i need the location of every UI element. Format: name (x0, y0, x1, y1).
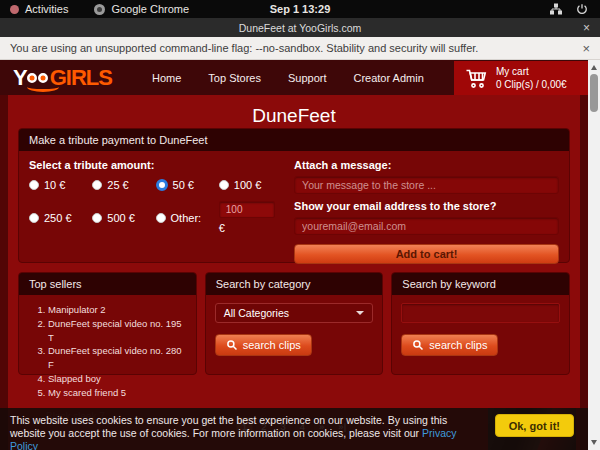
nav-support[interactable]: Support (288, 72, 327, 84)
search-category-panel: Search by category All Categories search… (205, 272, 384, 375)
cookie-consent-bar: This website uses cookies to ensure you … (0, 408, 588, 450)
radio-icon[interactable] (156, 213, 166, 223)
cookie-message: This website uses cookies to ensure you … (10, 414, 447, 439)
amount-option-25[interactable]: 25 € (92, 179, 151, 191)
amount-option-label: 25 € (107, 179, 128, 191)
search-icon (226, 339, 238, 351)
page-title: DuneFeet (8, 95, 580, 127)
radio-icon[interactable] (92, 180, 102, 190)
web-page: Y GIRLS Home Top Stores Support Creator … (0, 60, 588, 450)
radio-icon[interactable] (156, 179, 168, 191)
gnome-top-bar: Activities Google Chrome Sep 1 13:29 (0, 0, 600, 18)
cart-label: My cart (496, 65, 567, 78)
chevron-down-icon (356, 311, 364, 315)
power-icon[interactable] (576, 3, 588, 15)
amount-option-10[interactable]: 10 € (29, 179, 88, 191)
search-category-header: Search by category (206, 273, 383, 295)
infobar-message: You are using an unsupported command-lin… (10, 42, 478, 54)
chrome-infobar: You are using an unsupported command-lin… (0, 37, 600, 60)
amount-option-label: Other: (171, 212, 202, 224)
nav-creator-admin[interactable]: Creator Admin (353, 72, 423, 84)
amount-option-100[interactable]: 100 € (219, 179, 278, 191)
email-input[interactable] (294, 217, 559, 235)
amount-option-label: 100 € (234, 179, 262, 191)
category-selected-value: All Categories (224, 307, 289, 319)
site-logo[interactable]: Y GIRLS (13, 63, 112, 93)
add-to-cart-button[interactable]: Add to cart! (294, 244, 559, 264)
message-label: Attach a message: (294, 159, 559, 171)
cart-summary: 0 Clip(s) / 0,00€ (496, 78, 567, 91)
tribute-panel-header: Make a tribute payment to DuneFeet (19, 129, 569, 151)
scroll-down-icon[interactable] (591, 440, 597, 445)
other-amount-input[interactable] (219, 201, 275, 218)
tribute-panel: Make a tribute payment to DuneFeet Selec… (18, 128, 570, 263)
logo-letter-y: Y (13, 65, 27, 91)
search-clips-button[interactable]: search clips (401, 334, 498, 356)
category-select[interactable]: All Categories (215, 303, 374, 323)
top-sellers-header: Top sellers (19, 273, 196, 295)
search-clips-label: search clips (429, 339, 487, 351)
scroll-up-icon[interactable] (591, 65, 597, 70)
page-scrollbar[interactable] (588, 60, 600, 450)
network-tree-icon[interactable] (550, 3, 562, 15)
radio-icon[interactable] (219, 180, 229, 190)
list-item[interactable]: My scared friend 5 (48, 386, 187, 400)
radio-icon[interactable] (92, 213, 102, 223)
amount-options: 10 € 25 € 50 € (29, 179, 278, 234)
content-container: DuneFeet Make a tribute payment to DuneF… (8, 95, 580, 450)
radio-icon[interactable] (29, 180, 39, 190)
top-sellers-list: Manipulator 2 DuneFeet special video no.… (28, 303, 187, 399)
amount-option-label: 50 € (173, 179, 194, 191)
currency-suffix: € (219, 222, 278, 234)
screen: Activities Google Chrome Sep 1 13:29 Dun… (0, 0, 600, 450)
site-header: Y GIRLS Home Top Stores Support Creator … (0, 60, 588, 95)
cookie-accept-button[interactable]: Ok, got it! (495, 414, 574, 437)
logo-girls-text: GIRLS (50, 65, 112, 91)
amount-option-label: 250 € (44, 212, 72, 224)
window-titlebar[interactable]: DuneFeet at YooGirls.com × (0, 18, 600, 37)
message-input[interactable] (294, 176, 559, 194)
my-cart-button[interactable]: My cart 0 Clip(s) / 0,00€ (454, 61, 588, 95)
top-sellers-panel: Top sellers Manipulator 2 DuneFeet speci… (18, 272, 197, 375)
main-nav: Home Top Stores Support Creator Admin (152, 60, 424, 95)
search-clips-label: search clips (243, 339, 301, 351)
amount-option-label: 10 € (44, 179, 65, 191)
amount-option-label: 500 € (107, 212, 135, 224)
scrollbar-thumb[interactable] (590, 74, 598, 112)
radio-icon[interactable] (29, 213, 39, 223)
logo-smile-icon (27, 82, 59, 92)
list-item[interactable]: DuneFeet special video no. 195 T (48, 317, 187, 345)
search-clips-button[interactable]: search clips (215, 334, 312, 356)
amount-option-250[interactable]: 250 € (29, 201, 88, 234)
nav-home[interactable]: Home (152, 72, 181, 84)
window-close-icon[interactable]: × (583, 18, 590, 37)
email-label: Show your email address to the store? (294, 200, 559, 212)
amount-option-500[interactable]: 500 € (92, 201, 151, 234)
search-keyword-header: Search by keyword (392, 273, 569, 295)
clock[interactable]: Sep 1 13:29 (0, 3, 600, 15)
list-item[interactable]: Slapped boy (48, 372, 187, 386)
infobar-close-icon[interactable]: × (582, 41, 590, 56)
search-keyword-panel: Search by keyword search clips (391, 272, 570, 375)
nav-top-stores[interactable]: Top Stores (208, 72, 261, 84)
keyword-input[interactable] (401, 303, 560, 323)
search-icon (412, 339, 424, 351)
cart-icon (464, 66, 488, 90)
list-item[interactable]: Manipulator 2 (48, 303, 187, 317)
amount-option-other[interactable]: Other: (156, 201, 215, 234)
amount-label: Select a tribute amount: (29, 159, 278, 171)
amount-option-50[interactable]: 50 € (156, 179, 215, 191)
window-title: DuneFeet at YooGirls.com (239, 22, 362, 34)
list-item[interactable]: DuneFeet special video no. 280 F (48, 344, 187, 372)
